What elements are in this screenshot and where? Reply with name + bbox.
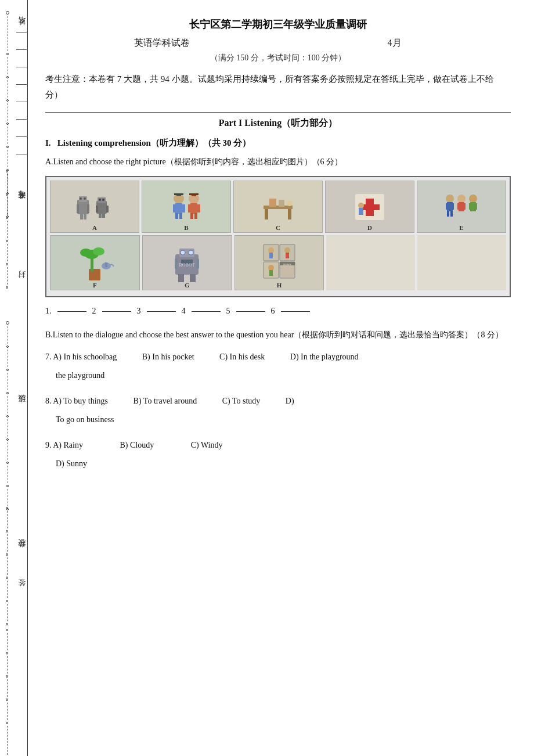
svg-point-80: [284, 247, 290, 253]
blank-4[interactable]: [192, 311, 221, 312]
image-filler-2: [417, 235, 506, 290]
image-D-svg: [349, 188, 390, 226]
title-section: 长宁区第二学期初三年级学业质量调研 英语学科试卷 4月 （满分 150 分，考试…: [45, 17, 511, 63]
sidebar-dot: [6, 675, 8, 678]
image-top-row: A: [50, 181, 506, 233]
blank-3[interactable]: [147, 311, 176, 312]
section-number: I.: [45, 138, 55, 147]
svg-rect-34: [288, 209, 291, 219]
sidebar-dot: [6, 193, 8, 196]
svg-rect-81: [286, 253, 289, 258]
image-cell-A: A: [50, 181, 139, 233]
sidebar-dot: [6, 345, 9, 348]
q7-optA-text: In his schoolbag: [64, 352, 117, 361]
q7-row: 7. A) In his schoolbag B) In his pocket …: [45, 349, 511, 365]
q8-optA-label: A): [53, 397, 63, 405]
q9-optC-label: C): [191, 441, 199, 449]
svg-point-49: [457, 195, 466, 203]
image-filler-1: [326, 235, 415, 290]
svg-rect-71: [178, 274, 184, 282]
svg-rect-36: [279, 200, 284, 207]
image-label-G: G: [185, 282, 190, 289]
part1-title: Part I Listening（听力部分）: [45, 117, 511, 129]
svg-rect-23: [179, 213, 182, 219]
svg-point-66: [181, 250, 185, 255]
sidebar-dot: [6, 240, 8, 242]
svg-rect-83: [269, 270, 273, 276]
svg-rect-4: [77, 204, 79, 213]
sidebar-dot: [6, 99, 9, 102]
svg-point-2: [80, 197, 82, 200]
svg-point-82: [268, 265, 274, 271]
q9-optA-text: Rainy: [64, 441, 83, 449]
svg-rect-55: [469, 203, 471, 210]
svg-rect-28: [188, 204, 191, 213]
svg-point-37: [287, 200, 293, 206]
svg-rect-46: [452, 203, 454, 210]
svg-rect-32: [264, 206, 293, 209]
question-8: 8. A) To buy things B) To travel around …: [45, 393, 511, 428]
image-G-svg: ROBOT: [167, 240, 207, 286]
blank-2[interactable]: [102, 311, 131, 312]
svg-rect-33: [265, 209, 268, 219]
partB-instruction-text: B.Listen to the dialogue and choose the …: [45, 330, 503, 339]
sidebar-dot: [6, 722, 8, 724]
q8-number: 8.: [45, 397, 52, 405]
sidebar-dot: [6, 369, 9, 371]
q9-optB-label: B): [120, 441, 128, 449]
image-C-svg: [258, 188, 298, 226]
q9-optD-text: Sunny: [66, 459, 87, 468]
q7-d-row: the playground: [45, 368, 511, 384]
svg-rect-15: [102, 213, 105, 218]
svg-point-11: [102, 199, 104, 201]
q7-number: 7.: [45, 352, 52, 361]
sidebar-dot: [6, 11, 9, 15]
svg-point-41: [358, 203, 364, 208]
svg-rect-12: [96, 206, 98, 213]
school-label: 学校: [16, 552, 27, 554]
svg-rect-47: [447, 211, 449, 217]
image-grid: A: [45, 176, 511, 297]
image-E-svg: [441, 188, 482, 226]
svg-point-10: [99, 199, 101, 201]
image-cell-F: F: [50, 235, 140, 290]
image-bottom-row: F ROBOT G: [50, 235, 506, 290]
image-cell-C: C: [233, 181, 323, 233]
class-label: 班级: [16, 406, 27, 409]
id-label: 准考证号: [16, 203, 27, 206]
section1-title: I. Listening comprehension（听力理解）（共 30 分）: [45, 138, 511, 149]
q7-optB-text: In his pocket: [152, 352, 194, 361]
sidebar-dot: [6, 485, 9, 487]
left-sidebar: 姓名 准考证号: [0, 0, 28, 756]
name-label: 姓名: [16, 29, 27, 31]
svg-rect-69: [175, 258, 178, 269]
sidebar-dot: [6, 623, 8, 625]
q1-number: 1.: [45, 307, 52, 316]
q8-d-row: To go on business: [45, 412, 511, 428]
svg-rect-14: [99, 213, 102, 218]
svg-rect-45: [446, 203, 448, 210]
q8-optD-label: D): [286, 397, 294, 405]
image-cell-E: E: [417, 181, 506, 233]
sidebar-dot: [6, 53, 9, 55]
image-F-svg: [74, 240, 115, 286]
sidebar-dot: [6, 263, 8, 265]
q7-optB-label: B): [142, 352, 153, 361]
svg-rect-79: [269, 253, 273, 258]
svg-rect-52: [463, 203, 466, 210]
svg-rect-18: [174, 193, 183, 195]
answer-row: 1. 2 3 4 5 6: [45, 307, 511, 316]
score-info: （满分 150 分，考试时间：100 分钟）: [45, 53, 511, 63]
sidebar-dot: [6, 507, 8, 509]
subtitle-row: 英语学科试卷 4月: [45, 37, 511, 49]
q8-optB-text: To travel around: [143, 397, 197, 405]
blank-5[interactable]: [236, 311, 265, 312]
q7-optD-label: D): [290, 352, 299, 361]
blank-1[interactable]: [57, 311, 86, 312]
image-label-C: C: [276, 224, 280, 231]
blank-6[interactable]: [281, 311, 310, 312]
image-label-F: F: [93, 282, 97, 289]
q9-optA-label: A): [53, 441, 63, 449]
sidebar-dot: [6, 577, 8, 579]
question-9: 9. A) Rainy B) Cloudy C) Windy D) Sunny: [45, 437, 511, 472]
